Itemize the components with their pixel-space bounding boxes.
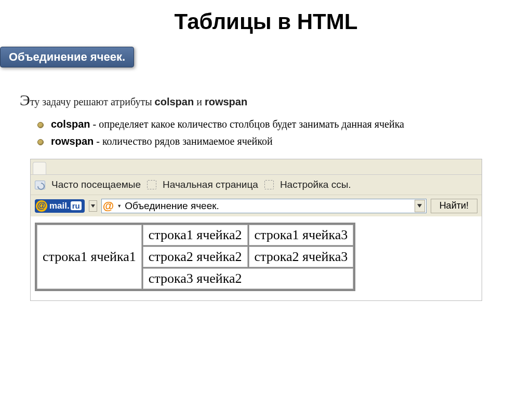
table-row: строка1 ячейка1 строка1 ячейка2 строка1 … — [37, 225, 353, 245]
table-cell: строка3 ячейка2 — [143, 268, 354, 289]
chevron-down-icon — [417, 204, 422, 208]
page-placeholder-icon[interactable] — [147, 180, 156, 189]
browser-frame: Часто посещаемые Начальная страница Наст… — [30, 159, 482, 301]
bullet-item: rowspan - количество рядов занимаемое яч… — [37, 135, 532, 147]
search-engine-icon: @ — [103, 199, 114, 213]
intro-line: Эту задачу решают атрибуты colspan и row… — [20, 91, 532, 109]
bullet-text: colspan - определяет какое количество ст… — [51, 118, 404, 130]
bullet-text: rowspan - количество рядов занимаемое яч… — [51, 135, 273, 147]
chevron-down-icon — [91, 204, 95, 208]
chevron-down-icon: ▼ — [117, 203, 122, 209]
bullet-term: rowspan — [51, 135, 94, 147]
bookmark-bar: Часто посещаемые Начальная страница Наст… — [31, 175, 482, 195]
search-history-dropdown[interactable] — [415, 200, 425, 212]
logo-dot: . — [67, 201, 70, 211]
intro-first-letter: Э — [20, 91, 30, 108]
search-input-text: Объединение ячеек. — [125, 200, 411, 212]
table-cell: строка1 ячейка1 — [37, 225, 142, 289]
intro-attr-rowspan: rowspan — [205, 96, 247, 107]
page-content: строка1 ячейка1 строка1 ячейка2 строка1 … — [31, 216, 482, 300]
intro-text-1: ту задачу решают атрибуты — [30, 96, 155, 107]
search-input[interactable]: @ ▼ Объединение ячеек. — [101, 199, 427, 213]
bullet-icon — [37, 139, 44, 145]
bookmark-custom-link[interactable]: Настройка ссы. — [280, 179, 351, 190]
find-button[interactable]: Найти! — [431, 199, 477, 213]
logo-brand: mail — [49, 201, 67, 211]
bullet-icon — [37, 122, 44, 128]
bullet-desc: - определяет какое количество столбцов б… — [90, 118, 404, 130]
at-icon: @ — [36, 200, 47, 212]
table-cell: строка2 ячейка3 — [249, 246, 354, 267]
logo-dropdown-button[interactable] — [89, 200, 97, 212]
intro-attr-colspan: colspan — [155, 96, 194, 107]
bullet-term: colspan — [51, 118, 90, 130]
bookmark-frequent[interactable]: Часто посещаемые — [51, 179, 141, 190]
browser-tab[interactable] — [33, 162, 46, 174]
bullet-item: colspan - определяет какое количество ст… — [37, 118, 532, 130]
logo-tld: ru — [71, 201, 82, 210]
search-toolbar: @mail.ru @ ▼ Объединение ячеек. Найти! — [31, 195, 482, 216]
folder-icon[interactable] — [35, 181, 45, 189]
bullet-list: colspan - определяет какое количество ст… — [37, 118, 532, 147]
section-badge: Объединение ячеек. — [0, 47, 134, 67]
slide-title: Таблицы в HTML — [0, 0, 532, 47]
intro-sep: и — [194, 96, 205, 107]
browser-tab-strip — [31, 159, 482, 175]
table-cell: строка2 ячейка2 — [143, 246, 248, 267]
table-cell: строка1 ячейка3 — [249, 225, 354, 245]
page-placeholder-icon[interactable] — [264, 180, 274, 189]
bookmark-start-page[interactable]: Начальная страница — [163, 179, 258, 190]
mail-logo[interactable]: @mail.ru — [35, 199, 85, 213]
bullet-desc: - количество рядов занимаемое ячейкой — [94, 135, 272, 147]
demo-table: строка1 ячейка1 строка1 ячейка2 строка1 … — [35, 223, 355, 291]
table-cell: строка1 ячейка2 — [143, 225, 248, 245]
